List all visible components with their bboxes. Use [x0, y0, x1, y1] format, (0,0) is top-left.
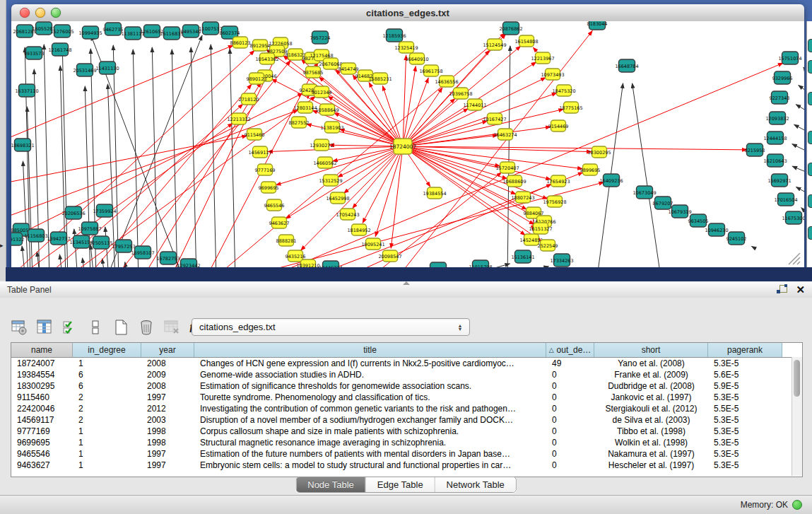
- cell-title[interactable]: Changes of HCN gene expression and I(f) …: [194, 358, 546, 369]
- graph-edge[interactable]: [752, 246, 756, 249]
- delete-column-icon[interactable]: [137, 318, 155, 337]
- cell-title[interactable]: Estimation of the future numbers of pati…: [194, 448, 546, 460]
- citation-network-graph[interactable]: 2068128916055287152760051099493594627351…: [11, 21, 804, 267]
- cell-name[interactable]: 9115460: [11, 392, 73, 403]
- cell-in_degree[interactable]: 6: [73, 369, 141, 380]
- cell-year[interactable]: 2008: [141, 380, 194, 392]
- graph-edge[interactable]: [792, 166, 804, 172]
- column-header-pagerank[interactable]: pagerank: [708, 343, 782, 357]
- cell-pagerank[interactable]: 5.3E-5: [708, 426, 782, 437]
- cell-year[interactable]: 2009: [141, 369, 194, 380]
- graph-edge[interactable]: [804, 67, 804, 71]
- cell-short[interactable]: Nakamura et al. (1997): [594, 448, 708, 460]
- cell-short[interactable]: Stergiakouli et al. (2012): [594, 403, 708, 414]
- cell-out_degree[interactable]: 0: [546, 448, 594, 460]
- cell-pagerank[interactable]: 5.3E-5: [708, 358, 782, 369]
- graph-edge[interactable]: [191, 47, 196, 267]
- table-scrollbar[interactable]: [792, 357, 802, 476]
- graph-edge[interactable]: [796, 187, 804, 192]
- canvas-resize-grip-icon[interactable]: [787, 252, 803, 266]
- cell-short[interactable]: Wolkin et al. (1998): [594, 437, 708, 448]
- cell-pagerank[interactable]: 5.9E-5: [708, 380, 782, 392]
- cell-year[interactable]: 1997: [141, 460, 194, 471]
- graph-edge[interactable]: [403, 135, 498, 146]
- splitter-grip-icon[interactable]: [403, 281, 410, 285]
- cell-name[interactable]: 18724007: [11, 358, 73, 369]
- float-window-icon[interactable]: [777, 284, 787, 295]
- graph-edge[interactable]: [106, 35, 202, 267]
- table-row[interactable]: 1830029562008Estimation of significance …: [11, 380, 802, 392]
- cell-title[interactable]: Corpus callosum shape and size in male p…: [194, 426, 546, 437]
- graph-edge[interactable]: [113, 45, 119, 267]
- table-body[interactable]: 1872400712008Changes of HCN gene express…: [11, 358, 802, 471]
- cell-out_degree[interactable]: 0: [546, 392, 594, 403]
- table-header-row[interactable]: namein_degreeyeartitle△out_de…shortpager…: [11, 343, 802, 358]
- table-row[interactable]: 1938455462009Genome-wide association stu…: [11, 369, 802, 380]
- table-row[interactable]: 946362711997Embryonic stem cells: a mode…: [11, 460, 802, 471]
- table-panel-header[interactable]: Table Panel ✕: [0, 281, 812, 298]
- cell-in_degree[interactable]: 1: [73, 460, 141, 471]
- table-row[interactable]: 969969511998Structural magnetic resonanc…: [11, 437, 802, 448]
- cell-name[interactable]: 9463627: [11, 460, 73, 471]
- graph-edge[interactable]: [353, 75, 403, 146]
- cell-in_degree[interactable]: 6: [73, 380, 141, 392]
- graph-edge[interactable]: [799, 86, 804, 90]
- graph-edge[interactable]: [170, 54, 277, 267]
- window-titlebar[interactable]: citations_edges.txt: [11, 4, 804, 22]
- close-panel-icon[interactable]: ✕: [796, 284, 805, 295]
- cell-name[interactable]: 18300295: [11, 380, 73, 392]
- select-columns-icon[interactable]: [61, 318, 79, 337]
- cell-out_degree[interactable]: 49: [546, 358, 594, 369]
- cell-name[interactable]: 9777169: [11, 426, 73, 437]
- graph-edge[interactable]: [792, 144, 804, 151]
- cell-name[interactable]: 9699695: [11, 437, 73, 448]
- cell-year[interactable]: 1998: [141, 426, 194, 437]
- column-header-in_degree[interactable]: in_degree: [73, 343, 141, 357]
- cell-in_degree[interactable]: 1: [73, 437, 141, 448]
- column-header-title[interactable]: title: [194, 343, 546, 357]
- cell-in_degree[interactable]: 1: [73, 426, 141, 437]
- table-row[interactable]: 1872400712008Changes of HCN gene express…: [11, 358, 802, 369]
- graph-edge[interactable]: [796, 105, 804, 110]
- table-selector-dropdown[interactable]: citations_edges.txt ▲▼: [192, 318, 470, 336]
- graph-edge[interactable]: [794, 124, 804, 131]
- cell-pagerank[interactable]: 5.3E-5: [708, 414, 782, 426]
- graph-edge[interactable]: [403, 109, 563, 146]
- cell-pagerank[interactable]: 5.5E-5: [708, 403, 782, 414]
- cell-title[interactable]: Genome-wide association studies in ADHD.: [194, 369, 546, 380]
- cell-out_degree[interactable]: 0: [546, 403, 594, 414]
- table-scrollbar-thumb[interactable]: [794, 360, 800, 397]
- tab-network-table[interactable]: Network Table: [435, 477, 516, 492]
- cell-name[interactable]: 19384554: [11, 369, 73, 380]
- delete-table-icon[interactable]: [163, 318, 181, 337]
- cell-year[interactable]: 2012: [141, 403, 194, 414]
- panel-collapse-arrow-icon[interactable]: ▸: [0, 242, 4, 249]
- cell-short[interactable]: Jankovic et al. (1997): [594, 392, 708, 403]
- graph-edge[interactable]: [172, 49, 177, 267]
- cell-pagerank[interactable]: 5.6E-5: [708, 369, 782, 380]
- graph-edge[interactable]: [59, 255, 63, 267]
- cell-in_degree[interactable]: 1: [73, 448, 141, 460]
- graph-edge[interactable]: [23, 161, 28, 267]
- table-row[interactable]: 2242004622012Investigating the contribut…: [11, 403, 802, 414]
- cell-year[interactable]: 2008: [141, 358, 194, 369]
- graph-edge[interactable]: [286, 146, 403, 218]
- cell-in_degree[interactable]: 2: [73, 392, 141, 403]
- cell-year[interactable]: 2003: [141, 414, 194, 426]
- cell-out_degree[interactable]: 0: [546, 437, 594, 448]
- table-row[interactable]: 911546021997Tourette syndrome. Phenomeno…: [11, 392, 802, 403]
- graph-edge[interactable]: [403, 88, 442, 146]
- memory-status-icon[interactable]: [792, 500, 802, 510]
- column-header-short[interactable]: short: [594, 343, 708, 357]
- cell-in_degree[interactable]: 2: [73, 414, 141, 426]
- cell-short[interactable]: Franke et al. (2009): [594, 369, 708, 380]
- cell-out_degree[interactable]: 0: [546, 380, 594, 392]
- tab-node-table[interactable]: Node Table: [296, 477, 366, 492]
- cell-name[interactable]: 22420046: [11, 403, 73, 414]
- graph-edge[interactable]: [102, 259, 105, 267]
- cell-pagerank[interactable]: 5.3E-5: [708, 448, 782, 460]
- cell-out_degree[interactable]: 0: [546, 426, 594, 437]
- graph-edge[interactable]: [11, 50, 254, 267]
- cell-title[interactable]: Disruption of a novel member of a sodium…: [194, 414, 546, 426]
- column-header-year[interactable]: year: [141, 343, 194, 357]
